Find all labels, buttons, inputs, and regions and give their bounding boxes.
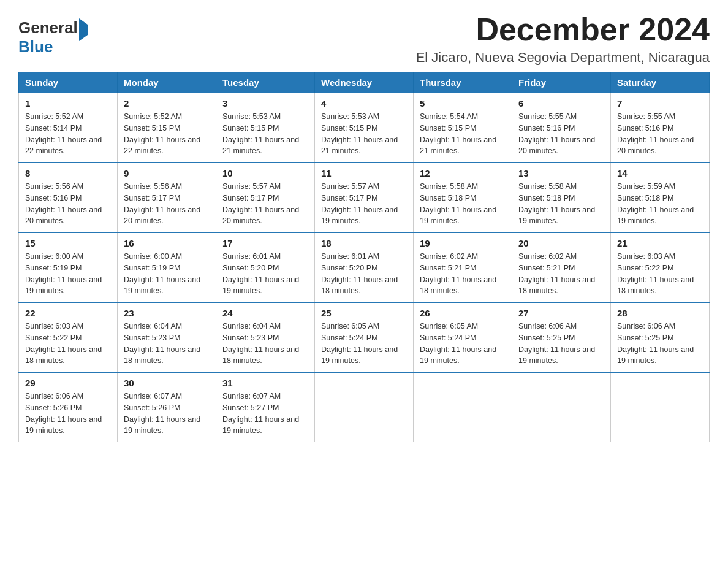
logo: General Blue xyxy=(18,18,88,56)
calendar-cell: 23Sunrise: 6:04 AMSunset: 5:23 PMDayligh… xyxy=(118,302,216,372)
calendar-cell xyxy=(315,372,414,442)
day-number: 9 xyxy=(124,168,210,178)
day-info: Sunrise: 6:03 AMSunset: 5:22 PMDaylight:… xyxy=(25,321,111,367)
day-info: Sunrise: 6:00 AMSunset: 5:19 PMDaylight:… xyxy=(124,251,210,297)
day-info: Sunrise: 6:01 AMSunset: 5:20 PMDaylight:… xyxy=(321,251,407,297)
logo-blue: Blue xyxy=(18,37,88,56)
calendar-cell: 19Sunrise: 6:02 AMSunset: 5:21 PMDayligh… xyxy=(414,232,512,302)
calendar-week-row: 15Sunrise: 6:00 AMSunset: 5:19 PMDayligh… xyxy=(19,232,710,302)
calendar-cell: 12Sunrise: 5:58 AMSunset: 5:18 PMDayligh… xyxy=(414,163,512,232)
day-info: Sunrise: 6:00 AMSunset: 5:19 PMDaylight:… xyxy=(25,251,111,297)
day-number: 12 xyxy=(420,168,506,178)
calendar-header-row: SundayMondayTuesdayWednesdayThursdayFrid… xyxy=(19,72,710,93)
column-header-saturday: Saturday xyxy=(611,72,710,93)
calendar-cell: 15Sunrise: 6:00 AMSunset: 5:19 PMDayligh… xyxy=(19,232,118,302)
day-info: Sunrise: 5:57 AMSunset: 5:17 PMDaylight:… xyxy=(222,181,308,227)
day-number: 3 xyxy=(222,98,308,109)
day-info: Sunrise: 6:02 AMSunset: 5:21 PMDaylight:… xyxy=(420,251,506,297)
day-number: 14 xyxy=(617,168,703,178)
day-number: 18 xyxy=(321,238,407,248)
day-number: 5 xyxy=(420,98,506,109)
calendar-cell: 14Sunrise: 5:59 AMSunset: 5:18 PMDayligh… xyxy=(611,163,710,232)
day-number: 15 xyxy=(25,238,111,248)
day-number: 25 xyxy=(321,308,407,318)
calendar-cell: 21Sunrise: 6:03 AMSunset: 5:22 PMDayligh… xyxy=(611,232,710,302)
day-number: 17 xyxy=(222,238,308,248)
day-info: Sunrise: 6:07 AMSunset: 5:27 PMDaylight:… xyxy=(222,391,308,437)
day-info: Sunrise: 6:05 AMSunset: 5:24 PMDaylight:… xyxy=(420,321,506,367)
day-info: Sunrise: 5:53 AMSunset: 5:15 PMDaylight:… xyxy=(222,111,308,157)
calendar-week-row: 1Sunrise: 5:52 AMSunset: 5:14 PMDaylight… xyxy=(19,93,710,163)
day-number: 20 xyxy=(518,238,604,248)
calendar-cell: 24Sunrise: 6:04 AMSunset: 5:23 PMDayligh… xyxy=(216,302,315,372)
calendar-cell: 26Sunrise: 6:05 AMSunset: 5:24 PMDayligh… xyxy=(414,302,512,372)
day-number: 24 xyxy=(222,308,308,318)
day-number: 19 xyxy=(420,238,506,248)
calendar-cell: 22Sunrise: 6:03 AMSunset: 5:22 PMDayligh… xyxy=(19,302,118,372)
day-number: 11 xyxy=(321,168,407,178)
calendar-cell: 31Sunrise: 6:07 AMSunset: 5:27 PMDayligh… xyxy=(216,372,315,442)
calendar-week-row: 29Sunrise: 6:06 AMSunset: 5:26 PMDayligh… xyxy=(19,372,710,442)
day-info: Sunrise: 5:53 AMSunset: 5:15 PMDaylight:… xyxy=(321,111,407,157)
calendar-cell: 4Sunrise: 5:53 AMSunset: 5:15 PMDaylight… xyxy=(315,93,414,163)
calendar-cell: 20Sunrise: 6:02 AMSunset: 5:21 PMDayligh… xyxy=(512,232,611,302)
day-number: 4 xyxy=(321,98,407,109)
day-number: 7 xyxy=(617,98,703,109)
logo-general-line: General xyxy=(18,18,88,37)
column-header-friday: Friday xyxy=(512,72,611,93)
day-info: Sunrise: 6:04 AMSunset: 5:23 PMDaylight:… xyxy=(124,321,210,367)
calendar-cell: 11Sunrise: 5:57 AMSunset: 5:17 PMDayligh… xyxy=(315,163,414,232)
column-header-wednesday: Wednesday xyxy=(315,72,414,93)
day-info: Sunrise: 5:55 AMSunset: 5:16 PMDaylight:… xyxy=(617,111,703,157)
calendar-cell: 27Sunrise: 6:06 AMSunset: 5:25 PMDayligh… xyxy=(512,302,611,372)
day-info: Sunrise: 6:06 AMSunset: 5:26 PMDaylight:… xyxy=(25,391,111,437)
day-info: Sunrise: 6:02 AMSunset: 5:21 PMDaylight:… xyxy=(518,251,604,297)
calendar-cell: 5Sunrise: 5:54 AMSunset: 5:15 PMDaylight… xyxy=(414,93,512,163)
day-number: 22 xyxy=(25,308,111,318)
day-info: Sunrise: 5:58 AMSunset: 5:18 PMDaylight:… xyxy=(518,181,604,227)
calendar-cell: 29Sunrise: 6:06 AMSunset: 5:26 PMDayligh… xyxy=(19,372,118,442)
day-info: Sunrise: 6:06 AMSunset: 5:25 PMDaylight:… xyxy=(518,321,604,367)
calendar-table: SundayMondayTuesdayWednesdayThursdayFrid… xyxy=(18,72,710,442)
day-info: Sunrise: 5:57 AMSunset: 5:17 PMDaylight:… xyxy=(321,181,407,227)
calendar-cell xyxy=(512,372,611,442)
day-number: 26 xyxy=(420,308,506,318)
day-info: Sunrise: 5:54 AMSunset: 5:15 PMDaylight:… xyxy=(420,111,506,157)
day-number: 10 xyxy=(222,168,308,178)
location-title: El Jicaro, Nueva Segovia Department, Nic… xyxy=(416,50,710,66)
day-info: Sunrise: 5:56 AMSunset: 5:16 PMDaylight:… xyxy=(25,181,111,227)
day-info: Sunrise: 6:04 AMSunset: 5:23 PMDaylight:… xyxy=(222,321,308,367)
page-header: General Blue December 2024 El Jicaro, Nu… xyxy=(18,12,710,66)
day-info: Sunrise: 6:06 AMSunset: 5:25 PMDaylight:… xyxy=(617,321,703,367)
calendar-cell: 28Sunrise: 6:06 AMSunset: 5:25 PMDayligh… xyxy=(611,302,710,372)
day-number: 13 xyxy=(518,168,604,178)
day-number: 1 xyxy=(25,98,111,109)
day-number: 8 xyxy=(25,168,111,178)
month-title: December 2024 xyxy=(416,12,710,47)
calendar-cell: 7Sunrise: 5:55 AMSunset: 5:16 PMDaylight… xyxy=(611,93,710,163)
logo-text-block: General Blue xyxy=(18,18,88,56)
calendar-cell xyxy=(414,372,512,442)
calendar-week-row: 22Sunrise: 6:03 AMSunset: 5:22 PMDayligh… xyxy=(19,302,710,372)
day-number: 27 xyxy=(518,308,604,318)
day-number: 6 xyxy=(518,98,604,109)
calendar-cell: 16Sunrise: 6:00 AMSunset: 5:19 PMDayligh… xyxy=(118,232,216,302)
day-number: 31 xyxy=(222,378,308,388)
day-number: 28 xyxy=(617,308,703,318)
calendar-week-row: 8Sunrise: 5:56 AMSunset: 5:16 PMDaylight… xyxy=(19,163,710,232)
calendar-cell: 18Sunrise: 6:01 AMSunset: 5:20 PMDayligh… xyxy=(315,232,414,302)
day-info: Sunrise: 6:05 AMSunset: 5:24 PMDaylight:… xyxy=(321,321,407,367)
calendar-cell: 13Sunrise: 5:58 AMSunset: 5:18 PMDayligh… xyxy=(512,163,611,232)
day-info: Sunrise: 6:01 AMSunset: 5:20 PMDaylight:… xyxy=(222,251,308,297)
day-number: 23 xyxy=(124,308,210,318)
day-number: 16 xyxy=(124,238,210,248)
day-info: Sunrise: 5:52 AMSunset: 5:15 PMDaylight:… xyxy=(124,111,210,157)
column-header-thursday: Thursday xyxy=(414,72,512,93)
day-number: 21 xyxy=(617,238,703,248)
day-number: 29 xyxy=(25,378,111,388)
calendar-cell: 25Sunrise: 6:05 AMSunset: 5:24 PMDayligh… xyxy=(315,302,414,372)
day-info: Sunrise: 5:55 AMSunset: 5:16 PMDaylight:… xyxy=(518,111,604,157)
day-info: Sunrise: 5:56 AMSunset: 5:17 PMDaylight:… xyxy=(124,181,210,227)
calendar-cell: 17Sunrise: 6:01 AMSunset: 5:20 PMDayligh… xyxy=(216,232,315,302)
day-info: Sunrise: 6:07 AMSunset: 5:26 PMDaylight:… xyxy=(124,391,210,437)
